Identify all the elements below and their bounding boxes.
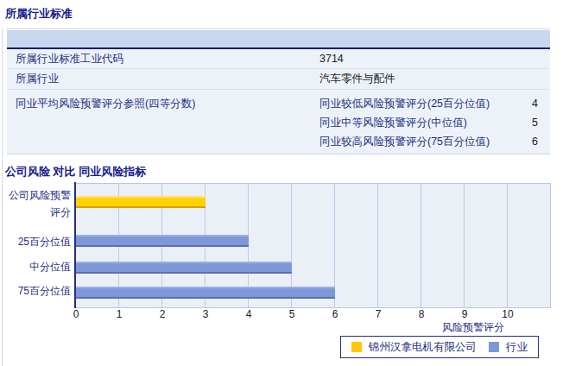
bar-median <box>76 262 292 274</box>
gridline <box>464 184 465 307</box>
subrow-25th-percentile: 同业较低风险预警评分(25百分位值) 4 <box>319 94 550 113</box>
x-tick: 1 <box>98 308 141 320</box>
subrow-75th-percentile: 同业较高风险预警评分(75百分位值) 6 <box>319 132 550 151</box>
x-tick: 6 <box>313 308 357 320</box>
legend-industry-swatch-icon <box>489 342 499 352</box>
table-row: 同业平均风险预警评分参照(四等分数) 同业较低风险预警评分(25百分位值) 4 … <box>7 90 550 155</box>
industry-name-label: 所属行业 <box>7 72 319 86</box>
x-tick: 7 <box>357 308 400 320</box>
y-category-75th-percentile: 75百分位值 <box>0 282 71 300</box>
plot-area <box>76 183 551 308</box>
low-risk-score-value: 4 <box>503 98 550 110</box>
high-risk-score-label: 同业较高风险预警评分(75百分位值) <box>319 135 503 149</box>
bar-25th-percentile <box>76 235 249 247</box>
table-header-bar <box>7 30 550 49</box>
legend-company-label: 锦州汉拿电机有限公司 <box>369 340 477 355</box>
y-category-company-score: 公司风险预警评分 <box>0 186 71 221</box>
x-tick: 5 <box>270 308 313 320</box>
x-tick: 0 <box>54 308 98 320</box>
legend-industry-label: 行业 <box>506 340 528 355</box>
x-tick: 10 <box>486 308 529 320</box>
table-row: 所属行业标准工业代码 3714 <box>7 49 550 69</box>
bar-company-score <box>76 196 205 208</box>
chart-legend: 锦州汉拿电机有限公司 行业 <box>340 336 539 358</box>
risk-report-page: 所属行业标准 所属行业标准工业代码 3714 所属行业 汽车零件与配件 同业平均… <box>0 0 588 366</box>
industry-standard-table: 所属行业标准工业代码 3714 所属行业 汽车零件与配件 同业平均风险预警评分参… <box>7 28 550 155</box>
gridline <box>507 184 508 307</box>
x-tick: 2 <box>141 308 184 320</box>
x-axis-title: 风险预警评分 <box>328 320 504 335</box>
bar-75th-percentile <box>76 287 335 299</box>
peer-average-score-label: 同业平均风险预警评分参照(四等分数) <box>7 94 319 111</box>
x-tick: 3 <box>184 308 227 320</box>
high-risk-score-value: 6 <box>503 136 550 148</box>
medium-risk-score-label: 同业中等风险预警评分(中位值) <box>319 116 503 130</box>
table-row: 所属行业 汽车零件与配件 <box>7 69 550 90</box>
gridline <box>420 184 421 307</box>
industry-code-label: 所属行业标准工业代码 <box>7 52 319 66</box>
y-category-25th-percentile: 25百分位值 <box>0 233 71 250</box>
low-risk-score-label: 同业较低风险预警评分(25百分位值) <box>319 97 503 111</box>
subrow-median: 同业中等风险预警评分(中位值) 5 <box>319 113 550 132</box>
y-category-median: 中分位值 <box>0 258 71 275</box>
x-tick: 4 <box>227 308 270 320</box>
industry-standard-section-title: 所属行业标准 <box>5 6 73 22</box>
gridline <box>377 184 378 307</box>
industry-code-value: 3714 <box>319 53 344 65</box>
x-tick: 8 <box>400 308 443 320</box>
risk-comparison-bar-chart: 公司风险预警评分 25百分位值 中分位值 75百分位值 0 1 2 3 4 5 … <box>0 178 588 366</box>
industry-name-value: 汽车零件与配件 <box>319 72 395 86</box>
legend-company-swatch-icon <box>351 342 362 352</box>
peer-score-subrows: 同业较低风险预警评分(25百分位值) 4 同业中等风险预警评分(中位值) 5 同… <box>319 94 550 151</box>
medium-risk-score-value: 5 <box>503 117 550 129</box>
x-tick: 9 <box>443 308 486 320</box>
